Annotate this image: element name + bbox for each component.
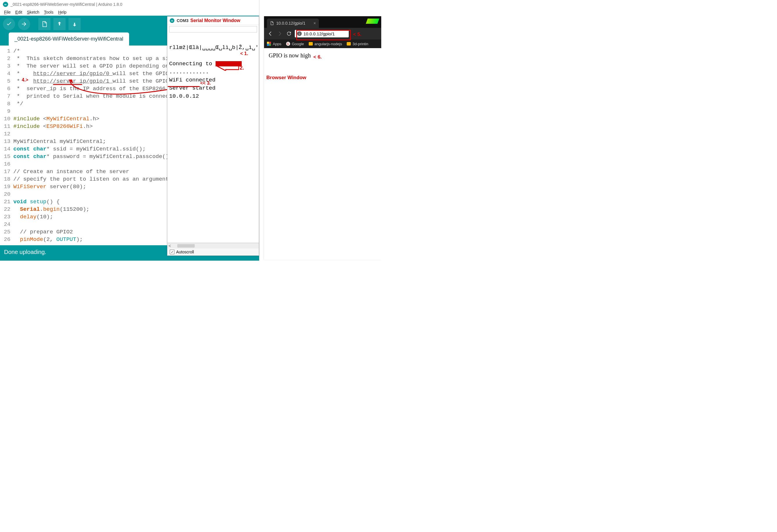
arduino-logo-icon: ∞ [170,18,175,23]
serial-title-bar[interactable]: ∞ COM3 [168,16,259,25]
browser-tab-title: 10.0.0.12/gpio/1 [276,21,305,25]
apps-icon [267,42,271,46]
browser-tab[interactable]: 10.0.0.12/gpio/1 × [267,19,319,28]
arduino-menu-bar: FileEditSketchToolsHelp [0,9,259,16]
sketch-tab[interactable]: _0021-esp8266-WiFiWebServer-myWifiCentra… [9,32,129,45]
page-icon [270,21,274,25]
page-body-text: GPIO is now high [269,52,311,58]
arduino-title-bar: ∞ _0021-esp8266-WiFiWebServer-myWifiCent… [0,0,259,9]
site-info-icon[interactable]: i [297,31,302,36]
menu-tools[interactable]: Tools [42,9,56,15]
bookmark-google[interactable]: GGoogle [286,42,304,46]
reload-button[interactable] [286,30,293,37]
serial-garbage-line: rllœž|Œlà|␣␣␣␣Œ␣lì␣b|Ž,␣ì␣'r [169,44,259,51]
verify-button[interactable] [3,18,15,30]
back-button[interactable] [267,30,274,37]
arduino-logo-icon: ∞ [3,2,8,7]
folder-icon [309,42,313,45]
bookmark-3dprint[interactable]: 3d-printin [347,42,368,46]
save-button[interactable] [69,18,81,30]
serial-wifi-line: WiFi connected [169,77,216,83]
folder-icon [347,42,351,45]
serial-connecting-line: Connecting to [169,60,242,67]
forward-button[interactable] [276,30,283,37]
bookmark-apps[interactable]: Apps [267,42,282,46]
serial-output[interactable]: rllœž|Œlà|␣␣␣␣Œ␣lì␣b|Ž,␣ì␣'r Connecting … [168,32,259,110]
autoscroll-checkbox[interactable]: ✓ [170,250,175,254]
menu-edit[interactable]: Edit [14,9,24,15]
serial-monitor-window: ∞ COM3 rllœž|Œlà|␣␣␣␣Œ␣lì␣b|Ž,␣ì␣'r Conn… [167,16,259,256]
new-button[interactable] [38,18,50,30]
arduino-window-title: _0021-esp8266-WiFiWebServer-myWifiCentra… [10,2,122,7]
upload-button[interactable] [18,18,30,30]
browser-tab-strip: 10.0.0.12/gpio/1 × [264,16,381,28]
open-button[interactable] [53,18,66,30]
scroll-thumb[interactable] [177,244,195,248]
serial-bottom-bar: < ✓ Autoscroll [168,243,259,255]
serial-h-scrollbar[interactable]: < [168,243,259,249]
serial-port-label: COM3 [177,18,188,23]
menu-help[interactable]: Help [56,9,68,15]
google-icon: G [286,42,290,46]
bookmark-angular[interactable]: angularjs-nodejs [309,42,342,46]
browser-window: 10.0.0.12/gpio/1 × i 10.0.0.12/gpio/1 Ap… [264,16,381,260]
serial-server-line: Server started [169,85,216,91]
serial-ip-line: 10.0.0.12 [169,93,199,100]
scroll-left-icon[interactable]: < [168,244,172,248]
serial-send-input[interactable] [169,26,257,32]
menu-sketch[interactable]: Sketch [25,9,41,15]
redacted-ssid [216,61,242,66]
url-text: 10.0.0.12/gpio/1 [304,31,335,36]
url-input[interactable]: i 10.0.0.12/gpio/1 [295,30,349,37]
browser-address-bar: i 10.0.0.12/gpio/1 [264,28,381,39]
bookmarks-bar: Apps GGoogle angularjs-nodejs 3d-printin [264,39,381,48]
status-text: Done uploading. [4,249,46,255]
autoscroll-label: Autoscroll [176,250,194,254]
serial-dots-line: ............ [169,69,209,75]
browser-page: GPIO is now high [264,48,381,63]
menu-file[interactable]: File [2,9,12,15]
close-tab-icon[interactable]: × [313,21,316,25]
